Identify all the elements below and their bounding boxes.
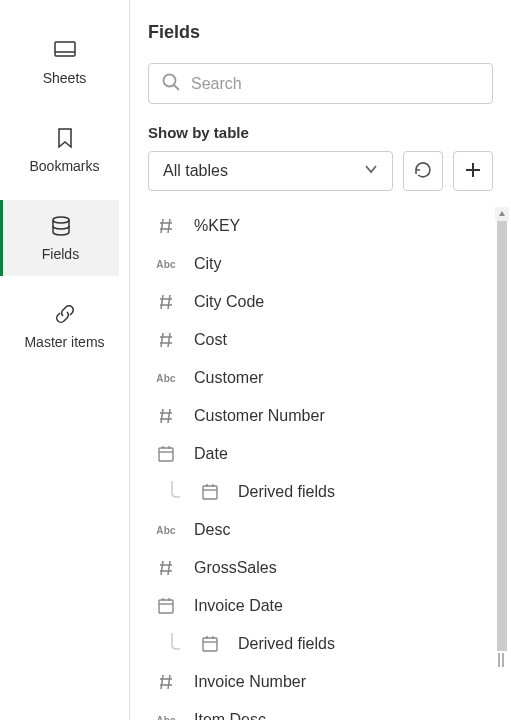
field-name: %KEY (194, 217, 240, 235)
panel-title: Fields (148, 22, 493, 43)
field-name: Item Desc (194, 711, 266, 720)
svg-rect-27 (203, 486, 217, 499)
calendar-icon (152, 595, 180, 617)
sidebar-item-label: Sheets (43, 70, 87, 86)
sidebar-item-label: Master items (24, 334, 104, 350)
field-item[interactable]: AbcCity (148, 245, 493, 283)
calendar-icon (196, 633, 224, 655)
abc-icon: Abc (152, 367, 180, 389)
database-icon (49, 214, 73, 238)
field-item[interactable]: Customer Number (148, 397, 493, 435)
svg-line-18 (168, 333, 170, 347)
field-item[interactable]: GrossSales (148, 549, 493, 587)
refresh-icon (413, 160, 433, 183)
svg-marker-47 (499, 211, 505, 216)
svg-line-14 (168, 295, 170, 309)
field-name: City (194, 255, 222, 273)
scrollbar[interactable] (495, 207, 509, 720)
field-name: Derived fields (238, 483, 335, 501)
sidebar-item-label: Fields (42, 246, 79, 262)
sidebar-item-fields[interactable]: Fields (0, 200, 119, 276)
search-input[interactable] (191, 75, 480, 93)
field-item[interactable]: Date (148, 435, 493, 473)
field-name: Invoice Date (194, 597, 283, 615)
bookmark-icon (53, 126, 77, 150)
add-button[interactable] (453, 151, 493, 191)
sidebar-item-label: Bookmarks (29, 158, 99, 174)
abc-icon: Abc (152, 709, 180, 720)
tree-connector-icon (168, 633, 182, 655)
field-list[interactable]: %KEYAbcCityCity CodeCostAbcCustomerCusto… (148, 207, 493, 720)
svg-rect-35 (159, 600, 173, 613)
left-sidebar: Sheets Bookmarks Fields Master items (0, 0, 130, 720)
svg-line-13 (161, 295, 163, 309)
hash-icon (152, 405, 180, 427)
svg-line-21 (161, 409, 163, 423)
sidebar-item-master-items[interactable]: Master items (10, 288, 119, 364)
tree-connector-icon (168, 481, 182, 503)
hash-icon (152, 215, 180, 237)
hash-icon (152, 557, 180, 579)
svg-point-3 (164, 75, 176, 87)
field-name: Derived fields (238, 635, 335, 653)
search-icon (161, 72, 181, 95)
svg-line-17 (161, 333, 163, 347)
hash-icon (152, 671, 180, 693)
hash-icon (152, 329, 180, 351)
sidebar-item-bookmarks[interactable]: Bookmarks (10, 112, 119, 188)
svg-line-33 (161, 561, 163, 575)
field-item[interactable]: %KEY (148, 207, 493, 245)
svg-line-9 (161, 219, 163, 233)
plus-icon (464, 161, 482, 182)
dropdown-selected-value: All tables (163, 162, 228, 180)
svg-rect-0 (55, 42, 75, 56)
abc-icon: Abc (152, 253, 180, 275)
field-item[interactable]: Cost (148, 321, 493, 359)
field-item[interactable]: City Code (148, 283, 493, 321)
calendar-icon (196, 481, 224, 503)
field-item[interactable]: AbcCustomer (148, 359, 493, 397)
field-name: City Code (194, 293, 264, 311)
field-item[interactable]: Invoice Date (148, 587, 493, 625)
sheets-icon (53, 38, 77, 62)
svg-point-2 (53, 217, 69, 223)
svg-line-45 (161, 675, 163, 689)
refresh-button[interactable] (403, 151, 443, 191)
tables-dropdown[interactable]: All tables (148, 151, 393, 191)
svg-line-10 (168, 219, 170, 233)
field-name: Invoice Number (194, 673, 306, 691)
panel-collapse-handle[interactable] (495, 647, 507, 673)
calendar-icon (152, 443, 180, 465)
show-by-table-label: Show by table (148, 124, 493, 141)
svg-rect-23 (159, 448, 173, 461)
svg-line-4 (174, 85, 179, 90)
abc-icon: Abc (152, 519, 180, 541)
field-item[interactable]: AbcDesc (148, 511, 493, 549)
scrollbar-thumb[interactable] (497, 221, 507, 651)
field-name: Customer Number (194, 407, 325, 425)
link-icon (53, 302, 77, 326)
field-name: GrossSales (194, 559, 277, 577)
hash-icon (152, 291, 180, 313)
filter-row: All tables (148, 151, 493, 191)
svg-line-22 (168, 409, 170, 423)
field-name: Desc (194, 521, 230, 539)
field-item[interactable]: Derived fields (148, 625, 493, 663)
fields-panel: Fields Show by table All tables (130, 0, 511, 720)
field-item[interactable]: AbcItem Desc (148, 701, 493, 720)
sidebar-item-sheets[interactable]: Sheets (10, 24, 119, 100)
field-name: Cost (194, 331, 227, 349)
field-name: Customer (194, 369, 263, 387)
scroll-up-arrow-icon[interactable] (495, 207, 509, 221)
field-item[interactable]: Invoice Number (148, 663, 493, 701)
field-name: Date (194, 445, 228, 463)
field-item[interactable]: Derived fields (148, 473, 493, 511)
chevron-down-icon (364, 162, 378, 180)
svg-rect-39 (203, 638, 217, 651)
field-list-container: %KEYAbcCityCity CodeCostAbcCustomerCusto… (148, 207, 493, 720)
search-box[interactable] (148, 63, 493, 104)
svg-line-46 (168, 675, 170, 689)
svg-line-34 (168, 561, 170, 575)
